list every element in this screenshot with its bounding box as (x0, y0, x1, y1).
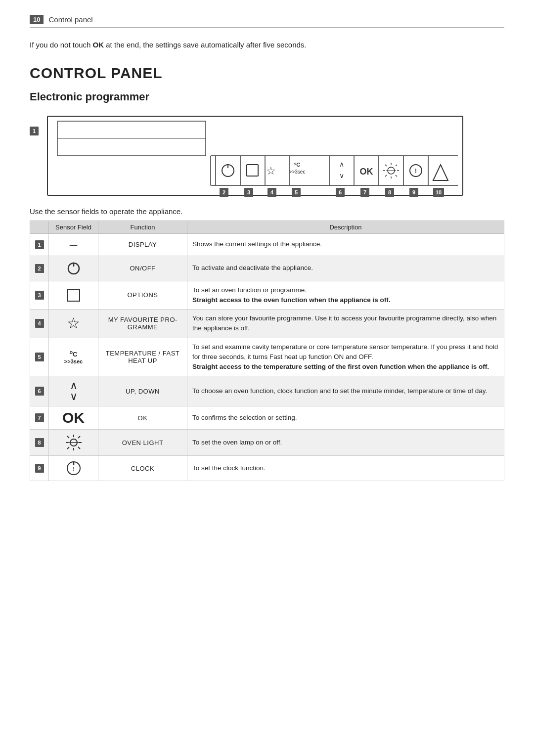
table-row: 4 ☆ MY FAVOURITE PRO­GRAMME You can stor… (30, 310, 504, 338)
diagram-badge-1: 1 (30, 126, 39, 135)
table-row: 7 OK OK To confirms the selection or set… (30, 406, 504, 430)
subsection-title: Electronic programmer (30, 90, 504, 103)
svg-text:!: ! (415, 168, 417, 175)
sensor-field: ☆ (49, 310, 98, 338)
oven-light-icon (54, 434, 93, 451)
instruction-text: Use the sensor fields to operate the app… (30, 207, 504, 216)
temp-icon: oC >>3sec (54, 350, 93, 364)
col-header-description: Description (187, 221, 504, 233)
section-title: CONTROL PANEL (30, 65, 504, 82)
function-label: ON/OFF (98, 256, 187, 281)
col-header-sensor: Sensor Field (49, 221, 98, 233)
row-num-badge: 2 (30, 256, 49, 281)
svg-text:9: 9 (412, 189, 415, 195)
svg-rect-17 (247, 165, 258, 176)
star-icon: ☆ (54, 316, 93, 331)
description-text: To confirms the selection or setting. (187, 406, 504, 430)
function-label: OVEN LIGHT (98, 430, 187, 456)
svg-text:°C: °C (294, 162, 300, 168)
row-num-badge: 4 (30, 310, 49, 338)
table-row: 9 ! CLOCK To set the clock function. (30, 456, 504, 481)
row-num-badge: 3 (30, 281, 49, 310)
svg-text:☆: ☆ (266, 165, 276, 177)
svg-text:∧: ∧ (339, 160, 344, 168)
features-table: Sensor Field Function Description 1 – DI… (30, 221, 504, 482)
description-text: To set and examine cavity temperature or… (187, 338, 504, 376)
sensor-field (49, 281, 98, 310)
svg-marker-36 (433, 165, 448, 180)
svg-text:!: ! (73, 466, 75, 472)
row-num-badge: 6 (30, 376, 49, 406)
function-label: UP, DOWN (98, 376, 187, 406)
sensor-field: oC >>3sec (49, 338, 98, 376)
page-header: 10 Control panel (30, 15, 504, 28)
svg-line-30 (396, 175, 397, 177)
col-header-num (30, 221, 49, 233)
control-panel-diagram: ☆ °C >>3sec ∧ ∨ OK ! (43, 111, 468, 200)
up-down-icon: ∧ ∨ (54, 380, 93, 402)
svg-line-32 (385, 175, 387, 177)
description-text: To activate and deactivate the appliance… (187, 256, 504, 281)
row-num-badge: 5 (30, 338, 49, 376)
svg-text:6: 6 (339, 189, 342, 195)
intro-text: If you do not touch OK at the end, the s… (30, 40, 504, 51)
svg-line-62 (67, 436, 69, 438)
sensor-field: OK (49, 406, 98, 430)
row-num-badge: 7 (30, 406, 49, 430)
svg-text:>>3sec: >>3sec (289, 169, 306, 175)
description-text: To set the clock function. (187, 456, 504, 481)
row-num-badge: 8 (30, 430, 49, 456)
svg-text:2: 2 (222, 189, 225, 195)
table-row: 8 (30, 430, 504, 456)
svg-text:3: 3 (247, 189, 250, 195)
col-header-function: Function (98, 221, 187, 233)
options-icon (54, 289, 93, 302)
svg-line-64 (78, 436, 80, 438)
row-num-badge: 9 (30, 456, 49, 481)
function-label: MY FAVOURITE PRO­GRAMME (98, 310, 187, 338)
ok-icon: OK (54, 410, 93, 425)
table-row: 2 ON/OFF To activate and deactivate the … (30, 256, 504, 281)
svg-line-63 (78, 447, 80, 449)
function-label: CLOCK (98, 456, 187, 481)
svg-text:OK: OK (360, 167, 373, 177)
panel-svg-wrap: ☆ °C >>3sec ∧ ∨ OK ! (43, 111, 504, 202)
svg-line-65 (67, 447, 69, 449)
sensor-field: – (49, 233, 98, 256)
function-label: DISPLAY (98, 233, 187, 256)
function-label: OPTIONS (98, 281, 187, 310)
svg-text:4: 4 (270, 189, 274, 195)
header-title: Control panel (48, 15, 92, 24)
description-text: You can store your favourite programme. … (187, 310, 504, 338)
table-row: 1 – DISPLAY Shows the current settings o… (30, 233, 504, 256)
row-num-badge: 1 (30, 233, 49, 256)
table-row: 3 OPTIONS To set an oven function or pro… (30, 281, 504, 310)
svg-line-29 (385, 165, 387, 166)
table-row: 6 ∧ ∨ UP, DOWN To choose an oven functio… (30, 376, 504, 406)
sensor-field (49, 430, 98, 456)
page-number: 10 (30, 15, 44, 24)
table-row: 5 oC >>3sec TEMPERATURE / FAST HEAT UP T… (30, 338, 504, 376)
sensor-field: ∧ ∨ (49, 376, 98, 406)
function-label: OK (98, 406, 187, 430)
svg-text:10: 10 (436, 189, 442, 195)
function-label: TEMPERATURE / FAST HEAT UP (98, 338, 187, 376)
svg-line-31 (396, 165, 397, 166)
description-text: To choose an oven function, clock functi… (187, 376, 504, 406)
description-text: Shows the current settings of the applia… (187, 233, 504, 256)
clock-icon: ! (54, 460, 93, 477)
table-header-row: Sensor Field Function Description (30, 221, 504, 233)
sensor-field (49, 256, 98, 281)
power-icon (54, 260, 93, 277)
sensor-field: ! (49, 456, 98, 481)
description-text: To set an oven function or programme.Str… (187, 281, 504, 310)
diagram-area: 1 (30, 111, 504, 202)
description-text: To set the oven lamp on or off. (187, 430, 504, 456)
svg-text:∨: ∨ (339, 172, 344, 179)
svg-text:5: 5 (295, 189, 298, 195)
svg-text:7: 7 (363, 189, 366, 195)
svg-text:8: 8 (388, 189, 391, 195)
